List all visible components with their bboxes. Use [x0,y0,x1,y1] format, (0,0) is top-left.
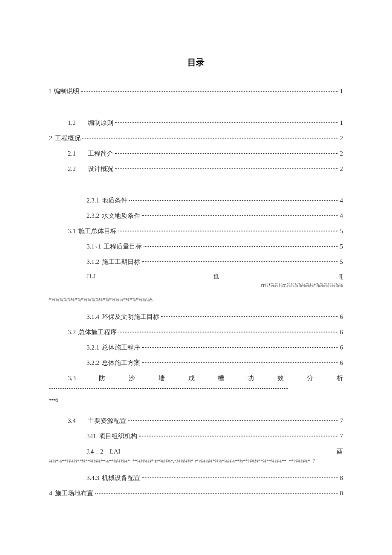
document-title: 目录 [49,55,343,69]
toc-number: 3.1.4 [86,312,99,322]
garbled-text: 也 [213,272,219,281]
toc-page: 2 [340,148,343,159]
toc-number: 2 [49,133,52,143]
toc-page: 5 [340,257,343,267]
toc-number: 2.3.2 [86,211,99,221]
toc-page: 8 [340,473,343,483]
garbled-text: J.4，2 LAI [86,446,121,457]
toc-label: 工程简介 [88,148,113,159]
toc-number: 341 [86,431,96,441]
toc-entry: 3.4主要资源配置7 [49,416,343,426]
toc-label: 项目组织机构 [99,431,137,441]
toc-entry: I编制说明1 [49,86,343,96]
toc-label: 工程质量目标 [104,241,142,251]
toc-label: 工程概况 [55,133,81,143]
toc-entry: 2.2设计概况2 [49,164,343,174]
toc-leader [142,215,338,216]
toc-leader [95,493,338,494]
toc-leader [128,420,338,421]
toc-leader [144,246,338,247]
toc-label: 编制原则 [88,118,113,128]
toc-leader [82,138,338,139]
toc-page: 1 [340,118,343,128]
toc-label: 总体施工方案 [102,358,140,368]
toc-label-char: 墙 [159,373,165,383]
toc-label: 编制说明 [54,86,79,96]
garbled-entry: J1.J也. I[rr⅛*⅞⅞⅛rr.⅞⅞⅞⅞⅛⅞⅛*⅞⅞⅞⅞⅛⅞⅛ [49,272,343,290]
toc-label: 施工场地布置 [55,488,93,498]
toc-label: 施工工期日标 [102,257,140,267]
toc-page: 2 [340,164,343,174]
toc-number: 2.1 [68,148,76,159]
toc-label: 地质条件 [102,195,127,205]
toc-entry: 2.3.2水文地质条件4 [49,211,343,221]
toc-page: 6 [340,342,343,353]
garbled-line: rr⅛*⅞⅞⅛rr.⅞⅞⅞⅞⅛⅞⅛*⅞⅞⅞⅞⅛⅞⅛ [49,281,343,289]
toc-page: 2 [340,133,343,143]
toc-number: 3.4 [68,416,76,426]
toc-number: 3.2.2 [86,358,99,368]
toc-number: 3.1÷1 [86,241,101,251]
toc-label: 机械设备配置 [102,473,140,483]
toc-leader [142,261,338,262]
toc-page: 6 [340,358,343,368]
toc-leader [142,347,338,348]
toc-label-char: 槽 [218,373,224,383]
toc-number: 2.3.1 [86,195,99,205]
toc-number: 4 [49,488,52,498]
toc-page: 6 [340,327,343,337]
toc-label: 环保及文明施工目标 [102,312,159,322]
toc-label: 设计概况 [88,164,113,174]
garbled-text: 酉 [337,446,343,457]
toc-page: 5 [340,241,343,251]
toc-entry: 1.2编制原则1 [49,118,343,128]
toc-leader [118,332,338,332]
toc-label: 主要资源配置 [88,416,126,426]
toc-label: 施工总体目标 [78,226,117,236]
toc-entry: 341项目组织机构7 [49,431,343,441]
toc-page: 7 [340,416,343,426]
toc-leader [115,168,338,169]
toc-entry: 3.1.4环保及文明施工目标6 [49,312,343,322]
toc-leader: ••••••••••••••••••••••••••••••••••••••••… [49,385,343,393]
toc-label-char: 防 [99,373,105,383]
toc-entry: 3.1.2施工工期日标5 [49,257,343,267]
toc-page: 1 [340,86,343,96]
toc-number: 3.1 [68,226,76,236]
toc-leader [81,91,338,92]
toc-leader [129,200,338,201]
toc-leader [115,122,338,123]
toc-entry: 4施工场地布置8 [49,488,343,498]
toc-entry: 3.2.2总体施工方案6 [49,358,343,368]
table-of-contents: I编制说明11.2编制原则12工程概况22.1工程简介22.2设计概况22.3.… [49,86,343,498]
toc-leader [142,477,338,478]
garbled-text: . I[ [336,272,343,281]
garbled-text: J1.J [86,272,95,281]
toc-page: 5 [340,226,343,236]
toc-entry: 3.1施工总体目标5 [49,226,343,236]
garbled-line: *⅞⅞⅞⅞⅞⅛*⅞*⅞⅞⅞⅞⅛*⅞*⅞⅞⅛*⅛*⅞*⅞⅞⅛5 [49,296,343,304]
toc-entry: 3.4.3机械设备配置8 [49,473,343,483]
garbled-line: ⅝⅛*⅛**⅝⅛⅝**⅛**⅝⅛⅝**⅛**⅝⅛⅝⅜*÷**⅛⅝⅛⅝*ˌrr*⅝… [49,457,343,465]
toc-label: 水文地质条件 [102,211,140,221]
toc-entry: 2.1工程简介2 [49,148,343,159]
toc-page: 4 [340,211,343,221]
toc-entry: 3.2总体施工程序6 [49,327,343,337]
toc-page: 8 [340,488,343,498]
garbled-entry: J.4，2 LAI酉 [49,446,343,457]
toc-label-char: 效 [277,373,284,383]
toc-number: 3.4.3 [86,473,99,483]
toc-number: 1.2 [68,118,76,128]
toc-entry: 3.1÷1工程质量目标5 [49,241,343,251]
toc-leader [118,231,338,231]
toc-page: 7 [340,431,343,441]
toc-entry: 3.2.1总体施工程序6 [49,342,343,353]
toc-leader [161,316,338,317]
toc-leader [139,436,338,436]
toc-label-char: 成 [188,373,195,383]
toc-entry: 2工程概况2 [49,133,343,143]
toc-label: 总体施工程序 [78,327,117,337]
toc-entry: 2.3.1地质条件4 [49,195,343,205]
toc-label-char: 分 [307,373,313,383]
toc-number: 2.2 [68,164,76,174]
